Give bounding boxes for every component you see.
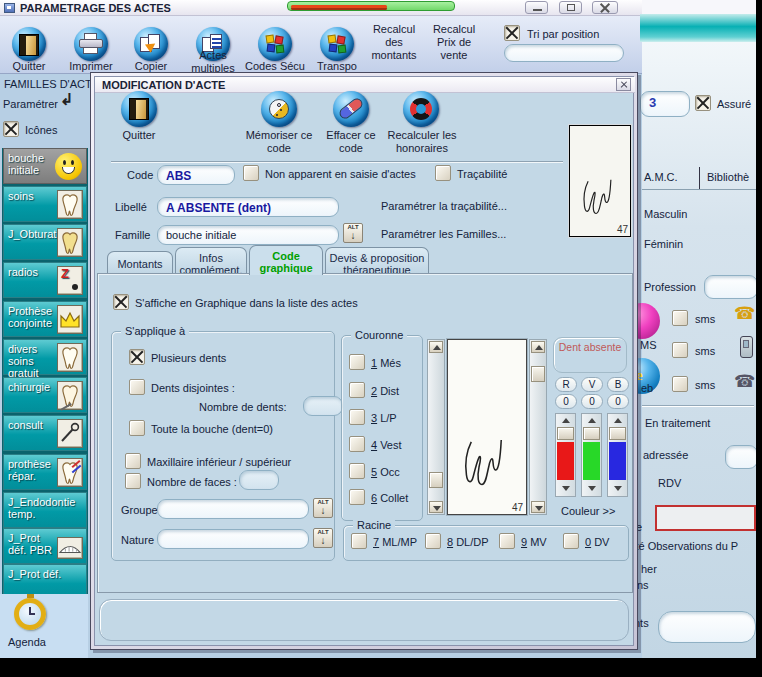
slider-thumb[interactable] <box>557 427 574 440</box>
agenda-icon[interactable] <box>14 598 46 630</box>
famille-item-endodontie[interactable]: J_Endodontie temp. <box>3 492 87 528</box>
nature-input[interactable] <box>157 529 309 549</box>
recalculer-button[interactable] <box>403 91 439 127</box>
scroll-down-icon[interactable] <box>429 501 443 513</box>
groupe-input[interactable] <box>157 499 309 519</box>
couronne-5-checkbox[interactable] <box>349 463 365 479</box>
plusieurs-dents-checkbox[interactable] <box>129 349 145 365</box>
tri-position-input[interactable] <box>504 44 624 62</box>
racine-9-checkbox[interactable] <box>499 533 515 549</box>
tab-amc[interactable]: A.M.C. <box>644 171 678 183</box>
famille-input[interactable]: bouche initiale <box>157 225 339 245</box>
tab-infos-complement[interactable]: Infos complément. <box>175 247 247 275</box>
couronne-4-checkbox[interactable] <box>349 436 365 452</box>
parametrer-link[interactable]: Paramétrer <box>3 98 58 110</box>
scroll-up-icon[interactable] <box>531 341 545 353</box>
dents-disjointes-checkbox[interactable] <box>129 379 145 395</box>
toute-bouche-checkbox[interactable] <box>129 420 145 436</box>
couronne-3-checkbox[interactable] <box>349 409 365 425</box>
scroll-down-icon[interactable] <box>531 501 545 513</box>
non-apparent-checkbox[interactable] <box>243 165 259 181</box>
masculin-option[interactable]: Masculin <box>644 208 687 220</box>
dialog-close-button[interactable] <box>616 78 631 91</box>
blue-slider[interactable] <box>607 413 628 497</box>
famille-item-divers-soins[interactable]: divers soins gratuit <box>3 339 87 375</box>
icones-checkbox[interactable] <box>3 121 19 137</box>
memoriser-button[interactable] <box>261 91 297 127</box>
tracabilite-checkbox[interactable] <box>435 165 451 181</box>
drawing-scrollbar-right[interactable] <box>529 339 547 515</box>
effacer-button[interactable] <box>333 91 369 127</box>
assure-checkbox[interactable] <box>695 95 711 111</box>
tooth-care-icon <box>57 343 83 372</box>
maximize-button[interactable] <box>559 1 582 14</box>
scroll-thumb[interactable] <box>429 472 443 488</box>
tooth-drawing-area[interactable]: 47 <box>447 339 527 515</box>
parametrer-familles-link[interactable]: Paramétrer les Familles... <box>381 228 506 240</box>
scroll-thumb[interactable] <box>531 366 545 382</box>
quitter-button[interactable] <box>12 27 46 61</box>
tab-devis-proposition[interactable]: Devis & proposition thérapeutique <box>325 247 429 275</box>
recalcul-prix-button[interactable]: Recalcul Prix de vente <box>424 23 484 62</box>
nombre-faces-checkbox[interactable] <box>125 473 141 489</box>
tab-code-graphique[interactable]: Code graphique <box>249 245 323 275</box>
imprimer-button[interactable] <box>74 27 108 61</box>
nts-input[interactable] <box>658 611 756 643</box>
code-input[interactable]: ABS <box>157 165 235 185</box>
affiche-graphique-checkbox[interactable] <box>113 294 129 310</box>
famille-alt-button[interactable]: ALT↓ <box>343 223 363 243</box>
feminin-option[interactable]: Féminin <box>644 238 683 250</box>
rgb-v-label: V <box>581 377 603 392</box>
minimize-button[interactable] <box>525 1 548 14</box>
alert-input[interactable] <box>655 505 756 531</box>
lifesaver-icon <box>410 98 432 120</box>
famille-item-bouche-initiale[interactable]: bouche initiale <box>3 148 87 184</box>
recalcul-montants-button[interactable]: Recalcul des montants <box>364 23 424 62</box>
famille-item-prot-def[interactable]: J_Prot déf. <box>3 564 87 594</box>
couronne-2-checkbox[interactable] <box>349 382 365 398</box>
famille-item-prothese-conjointe[interactable]: Prothèse conjointe <box>3 301 87 337</box>
racine-8-checkbox[interactable] <box>425 533 441 549</box>
adressee-input[interactable] <box>725 445 758 469</box>
slider-thumb[interactable] <box>583 427 600 440</box>
green-slider[interactable] <box>581 413 602 497</box>
famille-item-soins[interactable]: soins <box>3 186 87 222</box>
racine-7-checkbox[interactable] <box>351 533 367 549</box>
close-button[interactable] <box>592 1 618 14</box>
parametrer-tracabilite-link[interactable]: Paramétrer la traçabilité... <box>381 200 507 212</box>
drawing-scrollbar-left[interactable] <box>427 339 445 515</box>
number-field[interactable]: 3 <box>640 91 690 117</box>
profession-input[interactable] <box>704 275 758 299</box>
maxillaire-checkbox[interactable] <box>125 453 141 469</box>
slider-thumb[interactable] <box>609 427 626 440</box>
sms-checkbox-1[interactable] <box>672 310 688 326</box>
agenda-label[interactable]: Agenda <box>8 636 64 648</box>
sms-checkbox-3[interactable] <box>672 376 688 392</box>
tri-par-position-checkbox[interactable] <box>504 25 520 41</box>
racine-0-checkbox[interactable] <box>563 533 579 549</box>
tab-bibliotheque[interactable]: Bibliothè <box>707 171 749 183</box>
codes-secu-button[interactable] <box>258 27 292 61</box>
famille-item-prot-def-pbr[interactable]: J_Prot déf. PBR <box>3 528 87 564</box>
scroll-up-icon[interactable] <box>429 341 443 353</box>
famille-item-obturation[interactable]: J_Obturation <box>3 224 87 260</box>
famille-item-prothese-repar[interactable]: prothèse répar. <box>3 454 87 490</box>
nombre-faces-input[interactable] <box>239 470 279 490</box>
famille-item-radios[interactable]: radios Z <box>3 262 87 298</box>
libelle-input[interactable]: A ABSENTE (dent) <box>157 197 339 217</box>
nature-alt-button[interactable]: ALT↓ <box>313 528 333 548</box>
dialog-quitter-button[interactable] <box>121 91 157 127</box>
tab-montants[interactable]: Montants <box>107 251 173 275</box>
copier-button[interactable] <box>134 27 168 61</box>
red-slider[interactable] <box>555 413 576 497</box>
couronne-6-checkbox[interactable] <box>349 489 365 505</box>
couleur-link[interactable]: Couleur >> <box>561 505 615 517</box>
groupe-alt-button[interactable]: ALT↓ <box>313 498 333 518</box>
famille-item-chirurgie[interactable]: chirurgie <box>3 377 87 413</box>
nombre-dents-input[interactable] <box>303 396 343 416</box>
famille-item-consult[interactable]: consult <box>3 415 87 451</box>
couronne-1-checkbox[interactable] <box>349 354 365 370</box>
sms-checkbox-2[interactable] <box>672 342 688 358</box>
eb-fragment: eb <box>641 382 653 394</box>
transpo-button[interactable] <box>320 27 354 61</box>
